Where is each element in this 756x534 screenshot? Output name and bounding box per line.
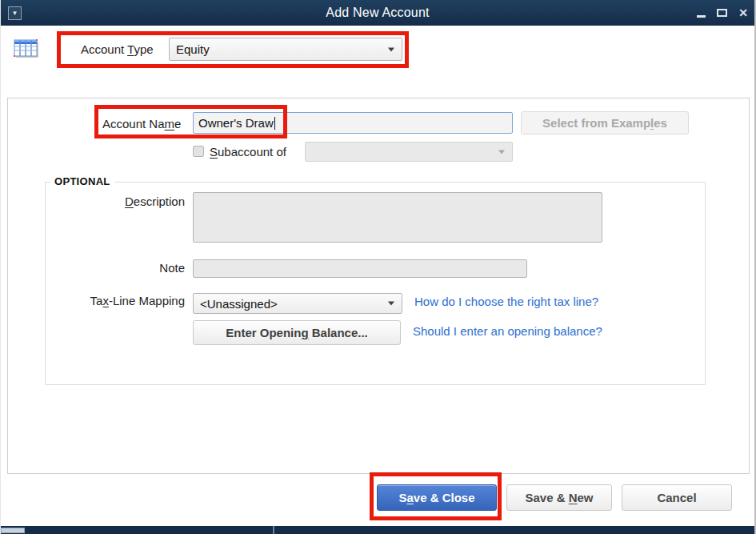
account-name-input[interactable]: Owner's Draw — [193, 112, 513, 134]
note-input[interactable] — [193, 259, 527, 278]
account-name-label: Account Name — [102, 117, 181, 130]
subaccount-label: Subaccount of — [210, 145, 286, 159]
account-type-dropdown[interactable]: Equity — [169, 38, 402, 61]
tax-line-help-link[interactable]: How do I choose the right tax line? — [414, 295, 598, 308]
minimize-icon[interactable] — [695, 6, 708, 19]
tax-line-mapping-dropdown[interactable]: <Unassigned> — [193, 293, 402, 314]
window-resize-grip[interactable] — [1, 528, 25, 533]
select-from-examples-button[interactable]: Select from Examples — [521, 111, 689, 135]
enter-opening-balance-button[interactable]: Enter Opening Balance... — [193, 320, 401, 345]
optional-legend: OPTIONAL — [50, 175, 114, 187]
account-type-value: Equity — [176, 42, 210, 56]
note-label: Note — [81, 261, 185, 275]
chevron-down-icon — [388, 47, 394, 51]
account-ledger-icon — [12, 37, 41, 64]
window-title: Add New Account — [1, 6, 754, 20]
description-textarea[interactable] — [193, 192, 602, 243]
save-close-button[interactable]: Save & Close — [377, 484, 497, 511]
cancel-button[interactable]: Cancel — [622, 484, 732, 511]
tax-line-mapping-label: Tax-Line Mapping — [77, 294, 185, 307]
tax-line-mapping-value: <Unassigned> — [200, 297, 278, 311]
chevron-down-icon — [498, 150, 505, 154]
titlebar: ▾ Add New Account ✕ — [1, 0, 754, 26]
description-label: Description — [81, 195, 185, 208]
save-new-button[interactable]: Save & New — [506, 484, 612, 511]
account-type-label: Account Type — [81, 42, 154, 56]
add-new-account-dialog: ▾ Add New Account ✕ Account Type Equity — [0, 0, 756, 534]
account-name-value: Owner's Draw — [198, 116, 274, 130]
frame-divider — [273, 526, 274, 534]
subaccount-parent-dropdown[interactable] — [305, 142, 513, 162]
window-controls: ✕ — [695, 0, 750, 26]
subaccount-checkbox[interactable] — [193, 146, 204, 157]
opening-balance-help-link[interactable]: Should I enter an opening balance? — [413, 324, 602, 338]
close-icon[interactable]: ✕ — [737, 6, 750, 19]
maximize-icon[interactable] — [716, 6, 729, 19]
chevron-down-icon — [388, 302, 394, 306]
window-bottom-frame — [1, 526, 756, 534]
text-caret — [274, 117, 275, 130]
